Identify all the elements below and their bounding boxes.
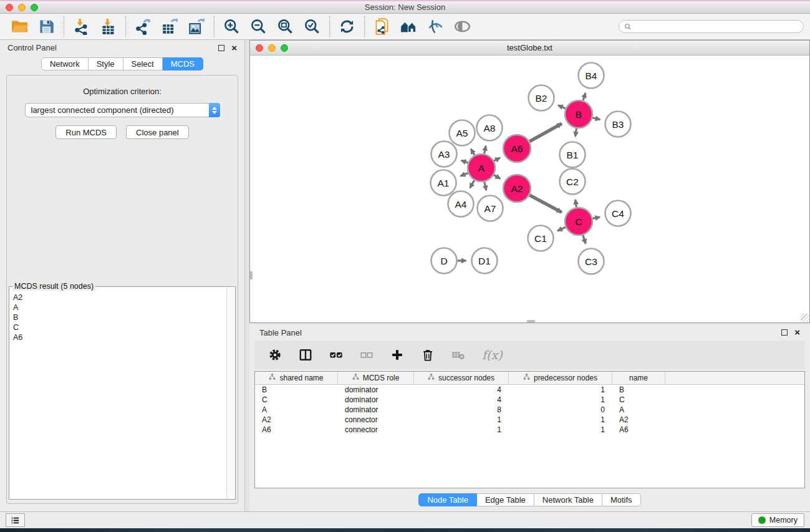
graph-node-label-A: A — [478, 163, 485, 173]
mcds-result-item[interactable]: B — [10, 312, 226, 322]
table-row[interactable]: A6connector11A6 — [255, 425, 804, 435]
search-input[interactable] — [634, 22, 798, 31]
graph-node-label-A2: A2 — [511, 183, 523, 194]
criterion-dropdown[interactable]: largest connected component (directed) — [25, 103, 220, 117]
result-scrollbar[interactable] — [226, 288, 234, 498]
table-row[interactable]: Bdominator41B — [255, 385, 804, 395]
graph-edge-A2-C[interactable] — [529, 195, 561, 213]
home-icon[interactable] — [400, 18, 417, 35]
close-panel-button[interactable]: Close panel — [126, 125, 189, 139]
network-close-button[interactable] — [256, 44, 263, 52]
tab-select[interactable]: Select — [123, 57, 163, 70]
deselect-all-icon[interactable] — [360, 348, 374, 362]
import-network-icon[interactable] — [73, 18, 90, 35]
graph-node-label-C4: C4 — [612, 208, 624, 219]
zoom-selected-icon[interactable] — [304, 18, 321, 35]
table-row[interactable]: Adominator80A — [255, 405, 804, 415]
close-panel-icon[interactable]: × — [231, 45, 237, 51]
tree-icon — [523, 374, 530, 382]
mcds-result-item[interactable]: A — [10, 302, 226, 312]
refresh-layout-icon[interactable] — [339, 18, 355, 35]
desktop-background — [0, 528, 810, 532]
float-table-panel-icon[interactable] — [781, 329, 788, 336]
canvas-hscroll-thumb[interactable] — [527, 320, 535, 322]
delete-row-icon[interactable] — [421, 348, 435, 362]
graph-edge-C-C2[interactable] — [576, 200, 577, 207]
save-session-icon[interactable] — [38, 18, 55, 35]
mcds-result-item[interactable]: A2 — [10, 293, 226, 302]
canvas-vscroll-thumb[interactable] — [250, 271, 253, 279]
network-maximize-button[interactable] — [281, 44, 288, 52]
close-window-button[interactable] — [6, 4, 13, 11]
graph-edge-A-A5[interactable] — [471, 149, 475, 155]
table-tab-motifs[interactable]: Motifs — [602, 493, 641, 506]
graph-edge-B-B4[interactable] — [583, 93, 586, 100]
tab-style[interactable]: Style — [89, 57, 123, 70]
network-canvas[interactable]: B4 B2 B B3 B1 A5 A8 A6 A3 A A1 C2 A2 A4 … — [250, 56, 809, 322]
control-panel-title: Control Panel — [7, 43, 57, 52]
search-field[interactable] — [619, 20, 804, 33]
hide-panel-icon[interactable] — [427, 18, 444, 35]
zoom-out-icon[interactable] — [250, 18, 267, 35]
run-mcds-button[interactable]: Run MCDS — [55, 125, 117, 139]
column-header-shared-name[interactable]: shared name — [255, 372, 338, 384]
table-row[interactable]: A2connector11A2 — [255, 415, 804, 425]
cell-name: B — [612, 385, 665, 394]
cell-predecessor-nodes: 1 — [509, 385, 612, 394]
table-tab-node-table[interactable]: Node Table — [418, 493, 477, 506]
titlebar: Session: New Session — [0, 0, 810, 14]
minimize-window-button[interactable] — [18, 4, 26, 11]
graph-edge-C-C1[interactable] — [557, 227, 566, 231]
control-panel: Control Panel × NetworkStyleSelectMCDS O… — [0, 40, 245, 511]
network-minimize-button[interactable] — [268, 44, 276, 52]
graph-edge-B-B1[interactable] — [576, 128, 577, 137]
mcds-result-item[interactable]: C — [10, 322, 226, 332]
network-graph[interactable]: B4 B2 B B3 B1 A5 A8 A6 A3 A A1 C2 A2 A4 … — [250, 56, 809, 322]
graph-edge-A-A3[interactable] — [461, 160, 468, 163]
close-table-panel-icon[interactable]: × — [794, 329, 800, 336]
graph-edge-B-B2[interactable] — [558, 105, 566, 109]
open-session-icon[interactable] — [11, 18, 28, 35]
select-all-icon[interactable] — [329, 348, 343, 362]
graph-edge-A-A6[interactable] — [494, 158, 500, 161]
column-header-MCDS-role[interactable]: MCDS role — [338, 372, 414, 384]
graph-edge-C-C3[interactable] — [583, 235, 586, 244]
zoom-fit-icon[interactable] — [277, 18, 294, 35]
memory-button[interactable]: Memory — [751, 513, 804, 527]
column-header-filler — [665, 372, 804, 384]
graph-edge-A-A8[interactable] — [485, 146, 486, 154]
graph-edge-A-A2[interactable] — [494, 175, 500, 179]
graph-edge-A6-B[interactable] — [529, 123, 562, 142]
export-network-icon[interactable] — [135, 18, 152, 35]
columns-icon[interactable] — [299, 348, 312, 362]
column-header-predecessor-nodes[interactable]: predecessor nodes — [509, 372, 612, 384]
mcds-result-item[interactable]: A6 — [10, 332, 226, 342]
add-row-icon[interactable] — [390, 348, 404, 362]
table-tab-network-table[interactable]: Network Table — [534, 493, 602, 506]
tab-network[interactable]: Network — [41, 57, 89, 70]
column-header-name[interactable]: name — [612, 372, 665, 384]
gear-icon[interactable] — [268, 348, 282, 362]
table-row[interactable]: Cdominator41C — [255, 395, 804, 405]
tab-mcds[interactable]: MCDS — [163, 57, 203, 70]
table-tab-edge-table[interactable]: Edge Table — [477, 493, 534, 506]
network-file-icon[interactable] — [374, 18, 390, 35]
resize-grip[interactable] — [801, 314, 809, 322]
cell-shared-name: C — [255, 395, 338, 404]
column-header-successor-nodes[interactable]: successor nodes — [414, 372, 509, 384]
graph-edge-A-A1[interactable] — [461, 173, 468, 176]
maximize-window-button[interactable] — [31, 4, 38, 11]
graph-edge-A-A4[interactable] — [470, 180, 475, 188]
float-panel-icon[interactable] — [218, 45, 224, 51]
cell-predecessor-nodes: 1 — [509, 425, 612, 434]
graph-edge-A-A7[interactable] — [485, 182, 486, 191]
import-table-icon[interactable] — [100, 18, 117, 35]
zoom-in-icon[interactable] — [223, 18, 240, 35]
graph-edge-B-B3[interactable] — [592, 118, 600, 120]
export-image-icon[interactable] — [188, 18, 205, 35]
task-history-button[interactable] — [6, 513, 25, 527]
show-panel-icon[interactable] — [454, 18, 471, 35]
graph-edge-C-C4[interactable] — [593, 217, 600, 218]
graph-node-label-C: C — [575, 216, 582, 227]
export-table-icon[interactable] — [162, 18, 178, 35]
